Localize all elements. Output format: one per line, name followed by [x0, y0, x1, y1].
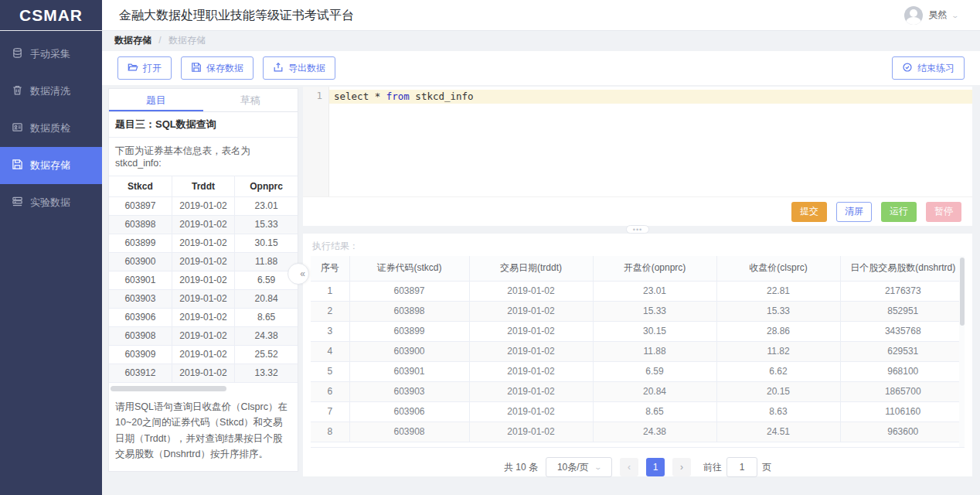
- sidebar-item-手动采集[interactable]: 手动采集: [0, 36, 102, 73]
- table-cell: 603908: [349, 422, 469, 442]
- table-row[interactable]: 6039002019-01-0211.88: [109, 252, 298, 271]
- table-cell: 603898: [349, 301, 469, 321]
- table-cell: 603901: [349, 361, 469, 381]
- page-size-value: 10条/页: [557, 461, 589, 474]
- question-tabs: 题目 草稿: [109, 89, 298, 112]
- page-title: 金融大数据处理职业技能等级证书考试平台: [102, 0, 904, 30]
- next-page-button[interactable]: ›: [672, 458, 691, 476]
- horizontal-scrollbar-thumb[interactable]: [111, 386, 226, 391]
- column-header: 日个股交易股数(dnshrtrd): [840, 256, 965, 281]
- question-table: StkcdTrddtOpnprc 6038972019-01-0223.0160…: [109, 176, 298, 383]
- table-cell: 5: [311, 361, 349, 381]
- table-cell: 2019-01-02: [172, 234, 234, 252]
- table-cell: 1: [311, 281, 349, 301]
- page-size-select[interactable]: 10条/页 ⌄: [546, 457, 612, 477]
- table-cell: 11.88: [593, 341, 716, 361]
- save-data-button[interactable]: 保存数据: [181, 56, 254, 80]
- goto-page-input[interactable]: [726, 457, 757, 477]
- table-row[interactable]: 46039002019-01-0211.8811.82629531: [311, 341, 965, 361]
- csmar-logo: CSMAR: [0, 0, 102, 30]
- column-header: 序号: [311, 256, 349, 281]
- breadcrumb-item-root[interactable]: 数据存储: [114, 35, 151, 46]
- user-name: 昊然: [928, 9, 947, 22]
- table-row[interactable]: 6039092019-01-0225.52: [109, 345, 298, 364]
- server-icon: [12, 196, 23, 210]
- question-task-text: 请用SQL语句查询日收盘价（Clsprc）在10~20之间的证券代码（Stkcd…: [109, 394, 298, 463]
- table-row[interactable]: 6039012019-01-026.59: [109, 271, 298, 289]
- sidebar-item-数据存储[interactable]: 数据存储: [0, 147, 102, 184]
- table-cell: 6: [311, 381, 349, 401]
- splitter-handle[interactable]: •••: [626, 225, 649, 234]
- save-data-button-label: 保存数据: [206, 62, 243, 75]
- column-header: 交易日期(trddt): [469, 256, 593, 281]
- current-page-button[interactable]: 1: [646, 458, 665, 476]
- table-row[interactable]: 56039012019-01-026.596.62968100: [311, 361, 965, 381]
- table-row[interactable]: 6039062019-01-028.65: [109, 308, 298, 326]
- sidebar-item-数据质检[interactable]: 数据质检: [0, 110, 102, 147]
- sql-editor[interactable]: 1 select * from stkcd_info: [303, 87, 972, 196]
- table-row[interactable]: 76039062019-01-028.658.631106160: [311, 401, 965, 422]
- table-row[interactable]: 6038972019-01-0223.01: [109, 196, 298, 215]
- table-cell: 1865700: [840, 381, 965, 401]
- table-row[interactable]: 16038972019-01-0223.0122.812176373: [311, 281, 965, 301]
- table-cell: 24.38: [593, 422, 716, 442]
- vertical-scrollbar[interactable]: [959, 256, 965, 448]
- results-panel: 执行结果： 序号证券代码(stkcd)交易日期(trddt)开盘价(opnprc…: [303, 234, 972, 476]
- clear-screen-button[interactable]: 清屏: [836, 202, 872, 222]
- chevron-down-icon: ⌄: [594, 463, 602, 471]
- editor-lines: select * from stkcd_info: [329, 87, 972, 196]
- column-header: 证券代码(stkcd): [349, 256, 469, 281]
- tab-question[interactable]: 题目: [109, 89, 203, 111]
- table-cell: 2019-01-02: [469, 321, 593, 341]
- table-cell: 11.82: [716, 341, 840, 361]
- export-icon: [273, 62, 284, 75]
- table-cell: 603906: [109, 308, 172, 326]
- table-cell: 603912: [109, 364, 172, 382]
- table-cell: 603903: [109, 289, 172, 308]
- table-row[interactable]: 6039032019-01-0220.84: [109, 289, 298, 308]
- panel-collapse-button[interactable]: «: [288, 263, 309, 285]
- prev-page-button[interactable]: ‹: [620, 458, 638, 476]
- open-button[interactable]: 打开: [117, 56, 172, 80]
- table-row[interactable]: 66039032019-01-0220.8420.151865700: [311, 381, 965, 401]
- table-row[interactable]: 6038982019-01-0215.33: [109, 215, 298, 234]
- sidebar-item-数据清洗[interactable]: 数据清洗: [0, 73, 102, 110]
- submit-button[interactable]: 提交: [791, 202, 827, 222]
- table-row[interactable]: 26038982019-01-0215.3315.33852951: [311, 301, 965, 321]
- sidebar-item-label: 数据质检: [30, 121, 70, 135]
- pause-button[interactable]: 暂停: [926, 202, 961, 222]
- table-row[interactable]: 6038992019-01-0230.15: [109, 234, 298, 252]
- table-row[interactable]: 6039082019-01-0224.38: [109, 326, 298, 345]
- table-row[interactable]: 36038992019-01-0230.1528.863435768: [311, 321, 965, 341]
- toolbar: 打开 保存数据 导出数据 结束练习: [102, 51, 980, 85]
- table-row[interactable]: 86039082019-01-0224.3824.51963600: [311, 422, 965, 442]
- id-badge-icon: [12, 121, 23, 135]
- table-row[interactable]: 6039122019-01-0213.32: [109, 364, 298, 382]
- table-cell: 22.81: [716, 281, 840, 301]
- breadcrumb: 数据存储 / 数据存储: [114, 34, 206, 47]
- table-cell: 13.32: [235, 364, 298, 382]
- table-cell: 603903: [349, 381, 469, 401]
- drag-dots-icon: •••: [633, 226, 642, 234]
- table-cell: 2019-01-02: [172, 364, 234, 382]
- table-cell: 2019-01-02: [172, 289, 234, 308]
- trash-icon: [12, 84, 23, 98]
- table-cell: 629531: [840, 341, 965, 361]
- sql-editor-panel: 1 select * from stkcd_info 提交 清屏 运行 暂停: [303, 87, 972, 226]
- table-cell: 2019-01-02: [172, 271, 234, 289]
- tab-draft[interactable]: 草稿: [203, 89, 298, 111]
- vertical-scrollbar-thumb[interactable]: [960, 258, 965, 326]
- export-data-button[interactable]: 导出数据: [263, 56, 335, 80]
- table-cell: 20.84: [593, 381, 716, 401]
- sidebar-item-实验数据[interactable]: 实验数据: [0, 184, 102, 221]
- pagination-total: 共 10 条: [504, 461, 538, 474]
- end-practice-button[interactable]: 结束练习: [892, 56, 965, 80]
- table-cell: 2019-01-02: [469, 301, 593, 321]
- chevron-down-icon: ⌄: [951, 12, 960, 19]
- table-cell: 603899: [349, 321, 469, 341]
- breadcrumb-item-current: 数据存储: [168, 35, 206, 46]
- user-menu[interactable]: 昊然 ⌄: [904, 0, 980, 30]
- table-cell: 23.01: [235, 196, 298, 215]
- run-button[interactable]: 运行: [881, 202, 917, 222]
- table-cell: 2019-01-02: [469, 381, 593, 401]
